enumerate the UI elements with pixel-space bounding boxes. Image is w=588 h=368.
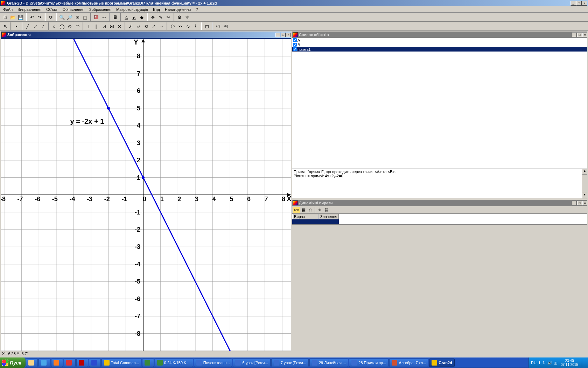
rotate-tool[interactable]: ⟲ xyxy=(142,22,150,30)
circle3-tool[interactable]: ⊙ xyxy=(66,22,74,30)
minimize-button[interactable]: _ xyxy=(570,1,576,6)
tool-b-button[interactable]: ◭ xyxy=(130,13,138,21)
start-button[interactable]: Пуск xyxy=(0,357,26,368)
label-tool[interactable]: ab| xyxy=(222,22,230,30)
dynamic-panel-title[interactable]: Динамічні вирази _ □ × xyxy=(292,200,587,206)
tray-lang[interactable]: RU xyxy=(531,361,537,365)
tool-d-button[interactable]: ❖ xyxy=(149,13,157,21)
taskbar-item[interactable] xyxy=(26,359,38,367)
zoom-in-button[interactable]: 🔍 xyxy=(58,13,66,21)
angle-tool[interactable]: ∡ xyxy=(127,22,134,30)
zoom-out-button[interactable]: 🔎 xyxy=(66,13,74,21)
objects-panel-title[interactable]: Список об'єктів _ □ × xyxy=(292,32,587,38)
tray-volume-icon[interactable]: 🔊 xyxy=(547,361,552,365)
locus-tool[interactable]: ⌇ xyxy=(192,22,200,30)
dynamic-col-value[interactable]: Значення xyxy=(318,214,339,219)
tray-show-desktop[interactable] xyxy=(582,359,586,367)
object-checkbox[interactable] xyxy=(293,47,297,51)
taskbar-item[interactable]: Пояснительн... xyxy=(194,359,232,367)
menu-налагодження[interactable]: Налагодження xyxy=(162,7,193,12)
menu-макроконструкція[interactable]: Макроконструкція xyxy=(114,7,150,12)
dynamic-col-expr[interactable]: Вираз xyxy=(292,214,318,219)
add-expr-button[interactable]: a+b xyxy=(293,207,300,213)
polygon-tool[interactable]: ⬠ xyxy=(169,22,176,30)
expr-tool-1[interactable]: ▦ xyxy=(300,207,307,213)
axes-button[interactable]: ⊹ xyxy=(100,13,108,21)
function-tool[interactable]: ∿ xyxy=(184,22,192,30)
tool-f-button[interactable]: ✂ xyxy=(164,13,172,21)
panel-minimize-button[interactable]: _ xyxy=(572,201,577,205)
translate-tool[interactable]: ↗ xyxy=(150,22,158,30)
graph-panel-title[interactable]: Зображення _ □ × xyxy=(1,32,291,38)
expr-tool-3[interactable]: ⎆ xyxy=(316,207,323,213)
new-file-button[interactable]: 🗋 xyxy=(1,13,9,21)
object-row[interactable]: B xyxy=(292,42,587,47)
tray-icon-2[interactable]: ⚐ xyxy=(542,361,546,365)
zoom-window-button[interactable]: ⬚ xyxy=(81,13,89,21)
segment-tool[interactable]: ╱ xyxy=(24,22,31,30)
measure-tool[interactable]: ⊡ xyxy=(203,22,211,30)
panel-close-button[interactable]: × xyxy=(582,201,587,205)
undo-button[interactable]: ↶ xyxy=(28,13,36,21)
menu-виправлення[interactable]: Виправлення xyxy=(15,7,44,12)
select-tool[interactable]: ↖ xyxy=(1,22,9,30)
taskbar-item[interactable]: 28 Прямая пр... xyxy=(349,359,388,367)
system-tray[interactable]: RU ⬆ ⚐ 🔊 ◫ 23:40 07.11.2015 xyxy=(528,357,588,368)
zoom-fit-button[interactable]: ⊡ xyxy=(74,13,81,21)
vector-tool[interactable]: → xyxy=(158,22,165,30)
menu-?[interactable]: ? xyxy=(193,7,200,12)
menu-зображення[interactable]: Зображення xyxy=(87,7,114,12)
dynamic-row-selected[interactable] xyxy=(292,219,587,224)
menu-вид[interactable]: Вид xyxy=(150,7,162,12)
tray-icon-3[interactable]: ◫ xyxy=(554,361,557,365)
taskbar-item[interactable]: Total Comman... xyxy=(102,359,141,367)
menu-обчислення[interactable]: Обчислення xyxy=(60,7,87,12)
taskbar-item[interactable] xyxy=(38,359,50,367)
panel-close-button[interactable]: × xyxy=(286,33,291,37)
graph-canvas[interactable]: -8-7-6-5-4-3-2-1012345678-8-7-6-5-4-3-2-… xyxy=(1,38,291,351)
object-checkbox[interactable] xyxy=(293,38,297,42)
reflect-tool[interactable]: ⤾ xyxy=(134,22,142,30)
taskbar-item[interactable]: 0.24 K/159 K ... xyxy=(155,359,193,367)
object-row[interactable]: пряма1 xyxy=(292,47,587,52)
midpoint-tool[interactable]: ⋈ xyxy=(108,22,115,30)
perp-tool[interactable]: ⊥ xyxy=(85,22,92,30)
redo-button[interactable]: ↷ xyxy=(36,13,43,21)
point-tool[interactable]: • xyxy=(13,22,20,30)
tool-e-button[interactable]: ✎ xyxy=(157,13,164,21)
objects-list[interactable]: ABпряма1 xyxy=(292,38,587,169)
line-tool[interactable]: ∕ xyxy=(39,22,47,30)
arc-tool[interactable]: ◠ xyxy=(74,22,81,30)
calc-button[interactable]: 🖩 xyxy=(111,13,119,21)
expr-tool-2[interactable]: ⎌ xyxy=(307,207,314,213)
bisector-tool[interactable]: ⩘ xyxy=(100,22,108,30)
tool-a-button[interactable]: ◬ xyxy=(122,13,130,21)
refresh-button[interactable]: ⟳ xyxy=(47,13,55,21)
taskbar-item[interactable] xyxy=(142,359,154,367)
taskbar-item[interactable]: 7 урок [Режи... xyxy=(271,359,309,367)
open-file-button[interactable]: 📂 xyxy=(9,13,17,21)
panel-maximize-button[interactable]: □ xyxy=(577,33,582,37)
taskbar-item[interactable] xyxy=(64,359,76,367)
close-button[interactable]: × xyxy=(582,1,587,6)
circle-tool[interactable]: ○ xyxy=(50,22,58,30)
grid-button[interactable] xyxy=(92,13,100,21)
tool-g-button[interactable]: ⚙ xyxy=(176,13,183,21)
object-checkbox[interactable] xyxy=(293,43,297,47)
intersect-tool[interactable]: ✕ xyxy=(115,22,123,30)
scroll-down-icon[interactable]: ▼ xyxy=(582,193,587,198)
maximize-button[interactable]: □ xyxy=(576,1,582,6)
taskbar-item[interactable]: Gran2d xyxy=(429,359,455,367)
taskbar-item[interactable] xyxy=(76,359,88,367)
panel-minimize-button[interactable]: _ xyxy=(275,33,280,37)
circle2-tool[interactable]: ◯ xyxy=(58,22,66,30)
tool-h-button[interactable]: ⚛ xyxy=(183,13,191,21)
panel-maximize-button[interactable]: □ xyxy=(577,201,582,205)
panel-minimize-button[interactable]: _ xyxy=(572,33,577,37)
taskbar-item[interactable]: Алгебра. 7 кл... xyxy=(389,359,428,367)
taskbar-item[interactable] xyxy=(89,359,101,367)
expr-tool-4[interactable]: ⌸ xyxy=(323,207,330,213)
taskbar-item[interactable] xyxy=(51,359,63,367)
parallel-tool[interactable]: ∥ xyxy=(92,22,100,30)
text-tool[interactable]: ab| xyxy=(214,22,222,30)
